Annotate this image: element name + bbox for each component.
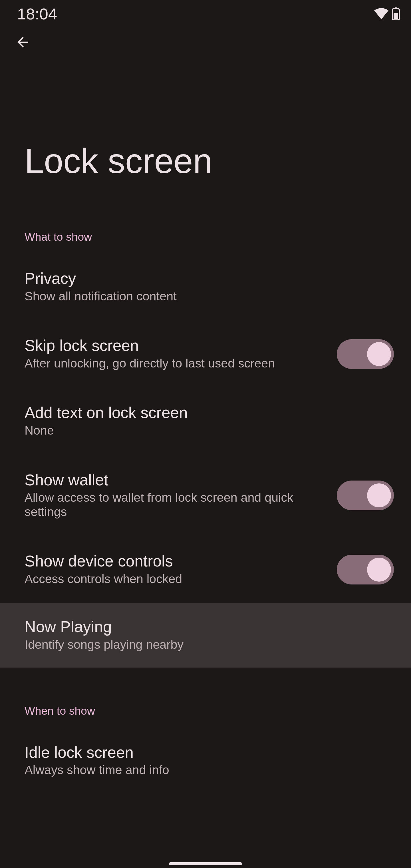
section-header-what-to-show: What to show (0, 179, 411, 243)
setting-summary: Show all notification content (25, 289, 330, 303)
setting-now-playing[interactable]: Now Playing Identify songs playing nearb… (0, 603, 411, 667)
section-header-when-to-show: When to show (0, 668, 411, 717)
setting-summary: After unlocking, go directly to last use… (25, 356, 325, 370)
setting-text: Privacy Show all notification content (25, 270, 394, 303)
app-bar (0, 27, 411, 57)
setting-label: Now Playing (25, 619, 394, 635)
status-bar-time: 18:04 (17, 5, 57, 23)
setting-label: Privacy (25, 270, 394, 287)
setting-show-wallet[interactable]: Show wallet Allow access to wallet from … (0, 455, 411, 536)
toggle-skip-lock-screen[interactable] (337, 339, 394, 369)
setting-summary: Allow access to wallet from lock screen … (25, 491, 325, 519)
arrow-left-icon (15, 34, 31, 50)
battery-icon (391, 7, 400, 20)
setting-text: Add text on lock screen None (25, 405, 394, 437)
gesture-bar (169, 862, 242, 865)
setting-label: Show wallet (25, 472, 325, 489)
toggle-device-controls[interactable] (337, 555, 394, 585)
setting-idle-lock-screen[interactable]: Idle lock screen Always show time and in… (0, 717, 411, 794)
setting-text: Skip lock screen After unlocking, go dir… (25, 338, 325, 370)
setting-skip-lock-screen[interactable]: Skip lock screen After unlocking, go dir… (0, 320, 411, 388)
back-button[interactable] (12, 32, 33, 53)
setting-summary: Access controls when locked (25, 572, 325, 586)
setting-label: Add text on lock screen (25, 405, 394, 421)
svg-rect-1 (393, 13, 398, 19)
setting-summary: Identify songs playing nearby (25, 638, 330, 652)
toggle-show-wallet[interactable] (337, 480, 394, 510)
svg-rect-2 (395, 7, 397, 9)
setting-text: Show device controls Access controls whe… (25, 553, 325, 586)
setting-label: Show device controls (25, 553, 325, 569)
setting-text: Idle lock screen Always show time and in… (25, 744, 394, 777)
title-area: Lock screen (0, 57, 411, 179)
setting-label: Skip lock screen (25, 338, 325, 354)
status-bar-icons (374, 7, 400, 20)
status-bar: 18:04 (0, 0, 411, 27)
wifi-icon (374, 8, 389, 20)
setting-summary: Always show time and info (25, 763, 330, 777)
setting-add-text[interactable]: Add text on lock screen None (0, 388, 411, 455)
setting-text: Now Playing Identify songs playing nearb… (25, 619, 394, 652)
page-title: Lock screen (25, 143, 386, 179)
setting-privacy[interactable]: Privacy Show all notification content (0, 243, 411, 320)
setting-device-controls[interactable]: Show device controls Access controls whe… (0, 536, 411, 603)
setting-label: Idle lock screen (25, 744, 394, 761)
setting-text: Show wallet Allow access to wallet from … (25, 472, 325, 519)
setting-summary: None (25, 424, 330, 437)
